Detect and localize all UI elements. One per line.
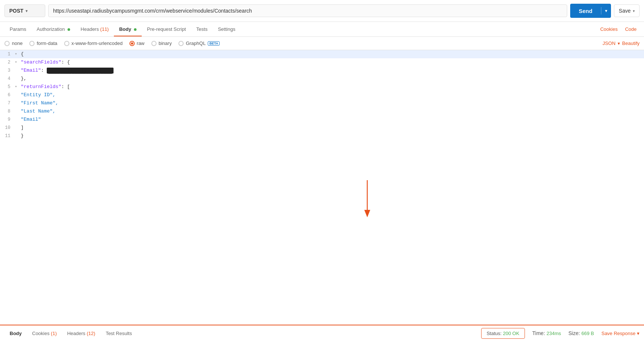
option-none[interactable]: none [4, 40, 23, 46]
option-binary[interactable]: binary [151, 40, 172, 46]
annotation-area [0, 176, 644, 236]
url-input[interactable]: https://useastapi.radiusbycampusmgmt.com… [48, 4, 567, 17]
editor-line-3: 3 "Email": ██████████████████████ [0, 66, 644, 75]
code-link[interactable]: Code [622, 22, 640, 36]
editor-line-6: 6 "Entity ID", [0, 91, 644, 99]
method-label: POST [9, 8, 23, 14]
send-label: Send [570, 8, 601, 14]
radio-binary [151, 41, 157, 46]
option-graphql[interactable]: GraphQL BETA [178, 40, 220, 46]
radio-graphql [178, 41, 184, 46]
radio-form-data [29, 41, 34, 46]
format-chevron[interactable]: ▾ [618, 41, 620, 46]
option-form-data[interactable]: form-data [29, 40, 58, 46]
editor-line-10: 10 ] [0, 124, 644, 132]
editor-line-1: 1 ▾ { [0, 50, 644, 58]
beta-badge: BETA [208, 41, 220, 46]
editor-line-9: 9 "Email" [0, 116, 644, 124]
tab-headers[interactable]: Headers (11) [75, 22, 114, 36]
cookies-link[interactable]: Cookies [597, 22, 621, 36]
tab-tests[interactable]: Tests [191, 22, 213, 36]
save-chevron: ▾ [633, 9, 635, 13]
editor-line-2: 2 ▾ "searchFields": { [0, 58, 644, 66]
request-tabs: Params Authorization Headers (11) Body P… [0, 22, 644, 37]
send-button[interactable]: Send ▾ [570, 4, 611, 18]
tab-settings[interactable]: Settings [213, 22, 240, 36]
tab-params[interactable]: Params [4, 22, 32, 36]
code-editor[interactable]: 1 ▾ { 2 ▾ "searchFields": { 3 "Email": █… [0, 50, 644, 176]
body-dot [134, 28, 137, 31]
body-options-bar: none form-data x-www-form-urlencoded raw… [0, 37, 644, 50]
radio-urlencoded [64, 41, 69, 46]
format-selector: JSON ▾ Beautify [602, 40, 640, 46]
editor-line-8: 8 "Last Name", [0, 107, 644, 116]
svg-marker-1 [364, 210, 370, 217]
editor-line-5: 5 ▾ "returnFields": [ [0, 83, 644, 91]
radio-raw [129, 41, 135, 46]
send-arrow[interactable]: ▾ [601, 9, 611, 13]
editor-line-7: 7 "First Name", [0, 99, 644, 107]
top-bar: POST ▾ https://useastapi.radiusbycampusm… [0, 0, 644, 22]
editor-line-11: 11 } [0, 132, 644, 140]
method-select[interactable]: POST ▾ [4, 4, 45, 17]
tab-authorization[interactable]: Authorization [32, 22, 76, 36]
tab-pre-request[interactable]: Pre-request Script [142, 22, 191, 36]
format-label[interactable]: JSON [602, 40, 615, 46]
method-chevron: ▾ [26, 9, 27, 13]
save-label: Save [619, 8, 631, 14]
tabs-right-links: Cookies Code [597, 22, 640, 36]
option-urlencoded[interactable]: x-www-form-urlencoded [64, 40, 123, 46]
arrow-annotation [0, 176, 644, 236]
editor-line-4: 4 }, [0, 75, 644, 83]
tab-body[interactable]: Body [114, 22, 142, 36]
radio-none [4, 41, 10, 46]
save-button[interactable]: Save ▾ [614, 4, 640, 17]
beautify-button[interactable]: Beautify [622, 40, 640, 46]
option-raw[interactable]: raw [129, 40, 145, 46]
authorization-dot [68, 28, 70, 31]
